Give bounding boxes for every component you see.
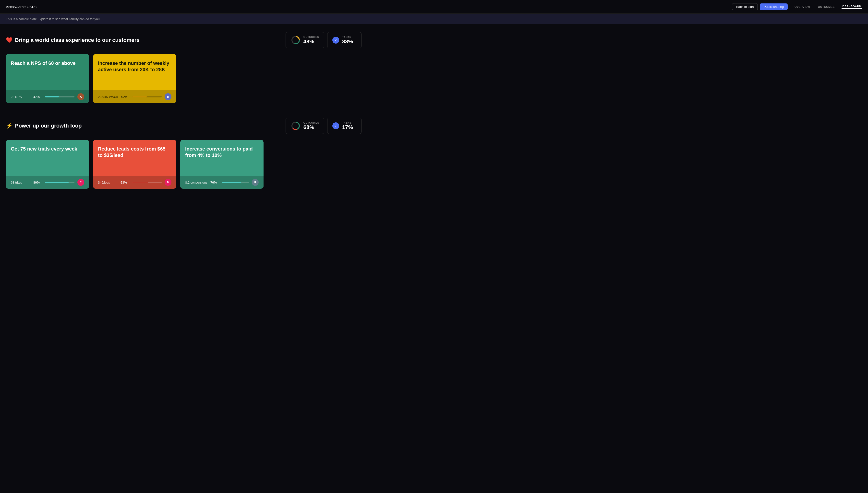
conversions-progress-bg [222, 181, 249, 183]
outcome-card-conversions-top: Increase conversions to paid from 4% to … [180, 140, 264, 176]
tasks-stat-card-2: ✓ TASKS 17% [327, 118, 361, 134]
leads-progress-fill [132, 181, 148, 183]
nav-dashboard[interactable]: DASHBOARD [842, 5, 862, 9]
tasks-check-icon-2: ✓ [332, 122, 339, 129]
outcomes-stat-1-text: OUTCOMES 48% [304, 36, 319, 45]
outcome-card-leads-inner: Reduce leads costs from $65 to $35/lead … [93, 140, 176, 189]
tasks-stat-card-1: ✓ TASKS 33% [327, 32, 361, 48]
outcomes-stat-2-text: OUTCOMES 68% [304, 122, 319, 130]
outcomes-donut-1 [291, 35, 301, 45]
trials-owner-avatar: C [77, 179, 84, 186]
section-1-header: ❤️ Bring a world class experience to our… [6, 32, 361, 48]
tasks-stat-2-text: TASKS 17% [342, 122, 353, 130]
outcomes-stat-card-2: OUTCOMES 68% [286, 118, 324, 134]
outcome-card-trials[interactable]: Get 75 new trials every week 68 trials 8… [6, 140, 89, 189]
outcome-card-leads-bottom: $49/lead 53% D [93, 176, 176, 189]
section-2-header: ⚡ Power up our growth loop OUTCOMES 68% [6, 118, 361, 134]
wau-progress-fill [132, 96, 147, 98]
tasks-stat-1-text: TASKS 33% [342, 36, 353, 45]
main-content: ❤️ Bring a world class experience to our… [0, 24, 367, 211]
nav-overview[interactable]: OVERVIEW [793, 5, 811, 8]
leads-progress-bg [132, 181, 162, 183]
nps-progress-bg [45, 96, 75, 98]
nps-progress-fill [45, 96, 59, 98]
conversions-owner-avatar: E [252, 179, 259, 186]
outcome-card-wau[interactable]: Increase the number of weekly active use… [93, 54, 176, 103]
outcome-card-wau-top: Increase the number of weekly active use… [93, 54, 176, 90]
section-2-title: ⚡ Power up our growth loop [6, 123, 82, 129]
trials-progress-bg [45, 181, 75, 183]
nav-outcomes[interactable]: OUTCOMES [817, 5, 836, 8]
section-2-outcomes-grid: Get 75 new trials every week 68 trials 8… [6, 140, 361, 189]
outcome-card-nps-bottom: 28 NPS 47% A [6, 90, 89, 103]
section-1-stats: OUTCOMES 48% ✓ TASKS 33% [286, 32, 361, 48]
header: Acme/Acme OKRs Back to plan Public shari… [0, 0, 868, 14]
tasks-check-icon-1: ✓ [332, 37, 339, 44]
outcome-card-conversions[interactable]: Increase conversions to paid from 4% to … [180, 140, 264, 189]
leads-owner-avatar: D [165, 179, 171, 186]
outcome-card-trials-bottom: 68 trials 80% C [6, 176, 89, 189]
lightning-emoji: ⚡ [6, 123, 13, 129]
nav-links: OVERVIEW OUTCOMES DASHBOARD [793, 5, 862, 9]
outcome-card-nps-inner: Reach a NPS of 60 or above 28 NPS 47% A [6, 54, 89, 103]
outcome-card-conversions-bottom: 8.2 conversions 70% E [180, 176, 264, 189]
logo: Acme/Acme OKRs [6, 5, 37, 9]
wau-progress-bg [132, 96, 162, 98]
section-1-outcomes-grid: Reach a NPS of 60 or above 28 NPS 47% A [6, 54, 361, 103]
section-2-stats: OUTCOMES 68% ✓ TASKS 17% [286, 118, 361, 134]
outcome-card-wau-bottom: 23.94K WAUs 49% B [93, 90, 176, 103]
outcomes-stat-card-1: OUTCOMES 48% [286, 32, 324, 48]
trials-progress-fill [45, 181, 68, 183]
outcome-card-leads-top: Reduce leads costs from $65 to $35/lead [93, 140, 176, 176]
outcome-card-trials-top: Get 75 new trials every week [6, 140, 89, 176]
back-to-plan-button[interactable]: Back to plan [732, 3, 758, 10]
sample-plan-banner: This is a sample plan! Explore it to see… [0, 14, 868, 24]
outcome-card-wau-inner: Increase the number of weekly active use… [93, 54, 176, 103]
heart-emoji: ❤️ [6, 37, 13, 43]
outcome-card-leads[interactable]: Reduce leads costs from $65 to $35/lead … [93, 140, 176, 189]
conversions-progress-fill [222, 181, 241, 183]
section-growth-loop: ⚡ Power up our growth loop OUTCOMES 68% [6, 118, 361, 189]
outcome-card-nps[interactable]: Reach a NPS of 60 or above 28 NPS 47% A [6, 54, 89, 103]
nps-owner-avatar: A [77, 93, 84, 100]
header-nav: Back to plan Public sharing OVERVIEW OUT… [732, 3, 862, 10]
wau-owner-avatar: B [165, 93, 171, 100]
outcome-card-nps-top: Reach a NPS of 60 or above [6, 54, 89, 90]
section-customer-experience: ❤️ Bring a world class experience to our… [6, 32, 361, 103]
outcomes-donut-2 [291, 121, 301, 131]
outcome-card-conversions-inner: Increase conversions to paid from 4% to … [180, 140, 264, 189]
outcome-card-trials-inner: Get 75 new trials every week 68 trials 8… [6, 140, 89, 189]
public-sharing-button[interactable]: Public sharing [760, 3, 788, 10]
section-1-title: ❤️ Bring a world class experience to our… [6, 37, 140, 43]
